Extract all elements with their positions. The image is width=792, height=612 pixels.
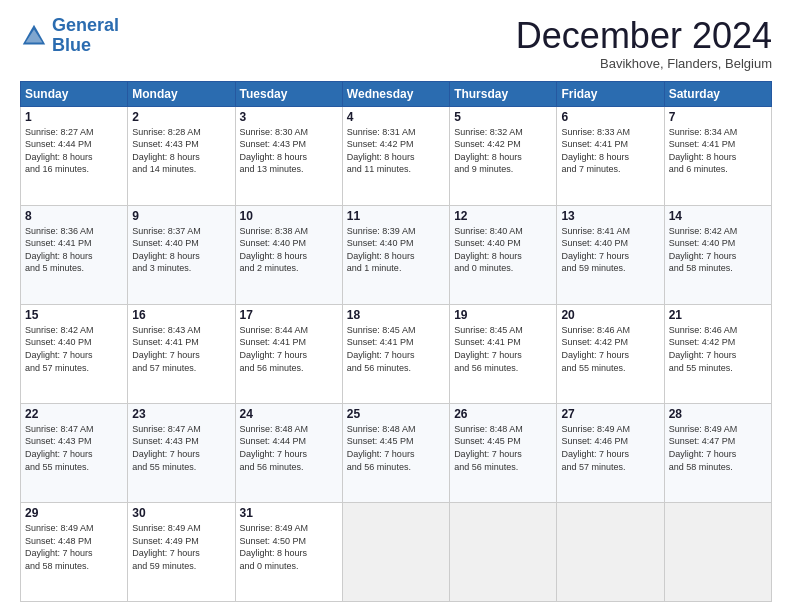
day-info: Sunrise: 8:37 AM Sunset: 4:40 PM Dayligh… xyxy=(132,225,230,275)
col-header-tuesday: Tuesday xyxy=(235,81,342,106)
calendar-week-2: 8Sunrise: 8:36 AM Sunset: 4:41 PM Daylig… xyxy=(21,205,772,304)
day-info: Sunrise: 8:48 AM Sunset: 4:44 PM Dayligh… xyxy=(240,423,338,473)
calendar-cell: 23Sunrise: 8:47 AM Sunset: 4:43 PM Dayli… xyxy=(128,403,235,502)
day-number: 24 xyxy=(240,407,338,421)
month-title: December 2024 xyxy=(516,16,772,56)
calendar-cell: 25Sunrise: 8:48 AM Sunset: 4:45 PM Dayli… xyxy=(342,403,449,502)
day-info: Sunrise: 8:48 AM Sunset: 4:45 PM Dayligh… xyxy=(347,423,445,473)
calendar-cell: 26Sunrise: 8:48 AM Sunset: 4:45 PM Dayli… xyxy=(450,403,557,502)
day-info: Sunrise: 8:49 AM Sunset: 4:46 PM Dayligh… xyxy=(561,423,659,473)
day-info: Sunrise: 8:31 AM Sunset: 4:42 PM Dayligh… xyxy=(347,126,445,176)
day-number: 2 xyxy=(132,110,230,124)
day-number: 26 xyxy=(454,407,552,421)
day-info: Sunrise: 8:41 AM Sunset: 4:40 PM Dayligh… xyxy=(561,225,659,275)
calendar-cell: 29Sunrise: 8:49 AM Sunset: 4:48 PM Dayli… xyxy=(21,502,128,601)
day-info: Sunrise: 8:32 AM Sunset: 4:42 PM Dayligh… xyxy=(454,126,552,176)
calendar-cell: 30Sunrise: 8:49 AM Sunset: 4:49 PM Dayli… xyxy=(128,502,235,601)
day-info: Sunrise: 8:49 AM Sunset: 4:50 PM Dayligh… xyxy=(240,522,338,572)
calendar-cell: 11Sunrise: 8:39 AM Sunset: 4:40 PM Dayli… xyxy=(342,205,449,304)
calendar-cell: 8Sunrise: 8:36 AM Sunset: 4:41 PM Daylig… xyxy=(21,205,128,304)
day-info: Sunrise: 8:47 AM Sunset: 4:43 PM Dayligh… xyxy=(25,423,123,473)
calendar-cell xyxy=(342,502,449,601)
day-number: 21 xyxy=(669,308,767,322)
day-number: 23 xyxy=(132,407,230,421)
day-info: Sunrise: 8:30 AM Sunset: 4:43 PM Dayligh… xyxy=(240,126,338,176)
header: General Blue December 2024 Bavikhove, Fl… xyxy=(20,16,772,71)
day-number: 4 xyxy=(347,110,445,124)
day-number: 18 xyxy=(347,308,445,322)
day-info: Sunrise: 8:46 AM Sunset: 4:42 PM Dayligh… xyxy=(669,324,767,374)
day-number: 1 xyxy=(25,110,123,124)
day-info: Sunrise: 8:40 AM Sunset: 4:40 PM Dayligh… xyxy=(454,225,552,275)
day-info: Sunrise: 8:38 AM Sunset: 4:40 PM Dayligh… xyxy=(240,225,338,275)
calendar-cell: 12Sunrise: 8:40 AM Sunset: 4:40 PM Dayli… xyxy=(450,205,557,304)
day-info: Sunrise: 8:34 AM Sunset: 4:41 PM Dayligh… xyxy=(669,126,767,176)
day-number: 28 xyxy=(669,407,767,421)
day-number: 8 xyxy=(25,209,123,223)
day-info: Sunrise: 8:45 AM Sunset: 4:41 PM Dayligh… xyxy=(454,324,552,374)
calendar-week-1: 1Sunrise: 8:27 AM Sunset: 4:44 PM Daylig… xyxy=(21,106,772,205)
day-number: 12 xyxy=(454,209,552,223)
calendar-cell: 14Sunrise: 8:42 AM Sunset: 4:40 PM Dayli… xyxy=(664,205,771,304)
col-header-thursday: Thursday xyxy=(450,81,557,106)
day-number: 27 xyxy=(561,407,659,421)
day-info: Sunrise: 8:36 AM Sunset: 4:41 PM Dayligh… xyxy=(25,225,123,275)
calendar-cell: 3Sunrise: 8:30 AM Sunset: 4:43 PM Daylig… xyxy=(235,106,342,205)
calendar-cell: 24Sunrise: 8:48 AM Sunset: 4:44 PM Dayli… xyxy=(235,403,342,502)
calendar-week-4: 22Sunrise: 8:47 AM Sunset: 4:43 PM Dayli… xyxy=(21,403,772,502)
day-info: Sunrise: 8:33 AM Sunset: 4:41 PM Dayligh… xyxy=(561,126,659,176)
col-header-friday: Friday xyxy=(557,81,664,106)
calendar-cell: 17Sunrise: 8:44 AM Sunset: 4:41 PM Dayli… xyxy=(235,304,342,403)
calendar-cell: 15Sunrise: 8:42 AM Sunset: 4:40 PM Dayli… xyxy=(21,304,128,403)
calendar-cell: 28Sunrise: 8:49 AM Sunset: 4:47 PM Dayli… xyxy=(664,403,771,502)
day-info: Sunrise: 8:49 AM Sunset: 4:49 PM Dayligh… xyxy=(132,522,230,572)
day-info: Sunrise: 8:42 AM Sunset: 4:40 PM Dayligh… xyxy=(669,225,767,275)
day-number: 20 xyxy=(561,308,659,322)
logo-icon xyxy=(20,22,48,50)
day-info: Sunrise: 8:49 AM Sunset: 4:48 PM Dayligh… xyxy=(25,522,123,572)
calendar-week-5: 29Sunrise: 8:49 AM Sunset: 4:48 PM Dayli… xyxy=(21,502,772,601)
calendar-cell: 13Sunrise: 8:41 AM Sunset: 4:40 PM Dayli… xyxy=(557,205,664,304)
day-info: Sunrise: 8:43 AM Sunset: 4:41 PM Dayligh… xyxy=(132,324,230,374)
day-number: 15 xyxy=(25,308,123,322)
day-number: 3 xyxy=(240,110,338,124)
calendar-cell xyxy=(557,502,664,601)
day-info: Sunrise: 8:44 AM Sunset: 4:41 PM Dayligh… xyxy=(240,324,338,374)
day-info: Sunrise: 8:48 AM Sunset: 4:45 PM Dayligh… xyxy=(454,423,552,473)
day-info: Sunrise: 8:46 AM Sunset: 4:42 PM Dayligh… xyxy=(561,324,659,374)
day-number: 5 xyxy=(454,110,552,124)
day-number: 25 xyxy=(347,407,445,421)
calendar-header-row: SundayMondayTuesdayWednesdayThursdayFrid… xyxy=(21,81,772,106)
calendar-cell: 9Sunrise: 8:37 AM Sunset: 4:40 PM Daylig… xyxy=(128,205,235,304)
day-number: 19 xyxy=(454,308,552,322)
day-number: 6 xyxy=(561,110,659,124)
calendar-cell xyxy=(450,502,557,601)
calendar-cell: 2Sunrise: 8:28 AM Sunset: 4:43 PM Daylig… xyxy=(128,106,235,205)
day-info: Sunrise: 8:49 AM Sunset: 4:47 PM Dayligh… xyxy=(669,423,767,473)
day-number: 7 xyxy=(669,110,767,124)
day-number: 22 xyxy=(25,407,123,421)
calendar-table: SundayMondayTuesdayWednesdayThursdayFrid… xyxy=(20,81,772,602)
day-number: 9 xyxy=(132,209,230,223)
calendar-cell: 10Sunrise: 8:38 AM Sunset: 4:40 PM Dayli… xyxy=(235,205,342,304)
col-header-saturday: Saturday xyxy=(664,81,771,106)
day-info: Sunrise: 8:42 AM Sunset: 4:40 PM Dayligh… xyxy=(25,324,123,374)
col-header-wednesday: Wednesday xyxy=(342,81,449,106)
day-number: 14 xyxy=(669,209,767,223)
calendar-cell xyxy=(664,502,771,601)
day-number: 30 xyxy=(132,506,230,520)
logo-text: General Blue xyxy=(52,16,119,56)
calendar-cell: 18Sunrise: 8:45 AM Sunset: 4:41 PM Dayli… xyxy=(342,304,449,403)
calendar-cell: 5Sunrise: 8:32 AM Sunset: 4:42 PM Daylig… xyxy=(450,106,557,205)
calendar-cell: 22Sunrise: 8:47 AM Sunset: 4:43 PM Dayli… xyxy=(21,403,128,502)
calendar-cell: 20Sunrise: 8:46 AM Sunset: 4:42 PM Dayli… xyxy=(557,304,664,403)
day-info: Sunrise: 8:47 AM Sunset: 4:43 PM Dayligh… xyxy=(132,423,230,473)
calendar-cell: 27Sunrise: 8:49 AM Sunset: 4:46 PM Dayli… xyxy=(557,403,664,502)
calendar-week-3: 15Sunrise: 8:42 AM Sunset: 4:40 PM Dayli… xyxy=(21,304,772,403)
day-number: 17 xyxy=(240,308,338,322)
location-subtitle: Bavikhove, Flanders, Belgium xyxy=(516,56,772,71)
calendar-cell: 31Sunrise: 8:49 AM Sunset: 4:50 PM Dayli… xyxy=(235,502,342,601)
day-number: 10 xyxy=(240,209,338,223)
calendar-cell: 19Sunrise: 8:45 AM Sunset: 4:41 PM Dayli… xyxy=(450,304,557,403)
calendar-cell: 4Sunrise: 8:31 AM Sunset: 4:42 PM Daylig… xyxy=(342,106,449,205)
